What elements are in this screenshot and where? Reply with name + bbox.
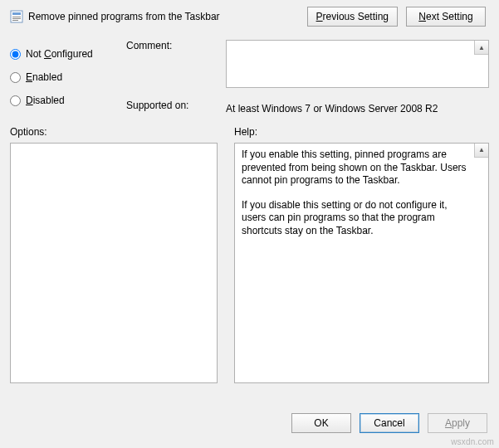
ok-button[interactable]: OK (291, 413, 351, 433)
svg-rect-2 (12, 17, 21, 17)
svg-rect-4 (12, 20, 18, 21)
radio-not-configured[interactable]: Not Configured (10, 43, 126, 65)
radio-disabled-label: Disabled (26, 95, 65, 106)
radio-not-configured-input[interactable] (10, 49, 21, 60)
chevron-up-icon[interactable]: ▲ (474, 144, 488, 158)
svg-rect-3 (12, 18, 21, 19)
radio-disabled[interactable]: Disabled (10, 90, 126, 111)
watermark: wsxdn.com (451, 437, 494, 446)
policy-icon (10, 10, 23, 23)
options-label: Options: (10, 126, 218, 138)
next-setting-button[interactable]: Next Setting (406, 7, 486, 27)
radio-disabled-input[interactable] (10, 95, 21, 106)
policy-title: Remove pinned programs from the Taskbar (28, 11, 307, 22)
help-label: Help: (234, 126, 489, 138)
help-paragraph: If you disable this setting or do not co… (242, 199, 470, 238)
help-paragraph: If you enable this setting, pinned progr… (242, 149, 470, 187)
apply-button: Apply (428, 413, 487, 433)
previous-setting-button[interactable]: Previous Setting (307, 7, 398, 27)
supported-on-label: Supported on: (126, 100, 226, 111)
svg-rect-1 (12, 12, 21, 15)
options-panel (10, 143, 218, 383)
help-panel[interactable]: ▲ If you enable this setting, pinned pro… (234, 143, 489, 383)
chevron-up-icon[interactable]: ▲ (474, 41, 488, 55)
supported-on-value: At least Windows 7 or Windows Server 200… (226, 100, 489, 114)
radio-enabled-label: Enabled (26, 71, 62, 83)
radio-not-configured-label: Not Configured (26, 48, 93, 60)
radio-enabled-input[interactable] (10, 72, 21, 83)
cancel-button[interactable]: Cancel (360, 413, 419, 433)
comment-label: Comment: (126, 40, 226, 51)
comment-textarea[interactable]: ▲ (226, 40, 489, 88)
radio-enabled[interactable]: Enabled (10, 66, 126, 88)
